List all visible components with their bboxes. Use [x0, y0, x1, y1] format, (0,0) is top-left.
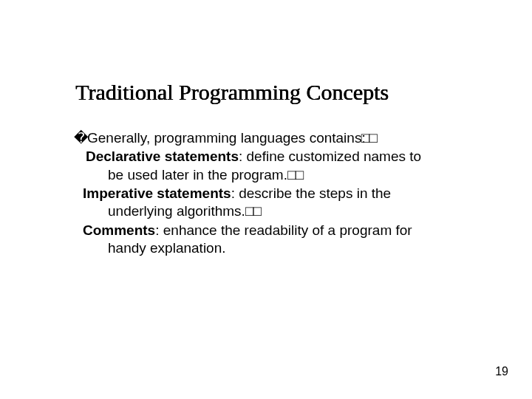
lead-line: �Generally, programming languages contai…: [83, 129, 461, 147]
slide: Traditional Programming Concepts �Genera…: [0, 0, 532, 399]
item-desc-part2: underlying algorithms.: [108, 203, 245, 219]
item-desc-part1: : define customized names to: [239, 149, 421, 164]
trail-boxes-icon: □□: [287, 166, 303, 184]
trail-boxes-icon: □□: [245, 202, 261, 220]
trail-boxes-icon: □□: [366, 129, 377, 147]
item-desc-part2: be used later in the program.: [108, 167, 287, 183]
item-declarative: Declarative statements: define customize…: [83, 148, 461, 184]
item-term: Imperative statements: [83, 185, 231, 201]
item-desc-part1: : enhance the readability of a program f…: [155, 222, 412, 238]
lead-text: Generally, programming languages contain…: [87, 130, 366, 146]
bullet-icon: �: [78, 129, 87, 147]
item-desc-part1: : describe the steps in the: [231, 185, 392, 201]
item-imperative: Imperative statements: describe the step…: [83, 185, 461, 221]
slide-body: �Generally, programming languages contai…: [83, 129, 461, 257]
item-term: Declarative statements: [86, 149, 239, 164]
page-number: 19: [495, 365, 508, 378]
item-comments: Comments: enhance the readability of a p…: [83, 222, 461, 258]
item-desc-part2: handy explanation.: [108, 240, 226, 256]
item-term: Comments: [83, 222, 155, 238]
slide-title: Traditional Programming Concepts: [75, 80, 389, 104]
